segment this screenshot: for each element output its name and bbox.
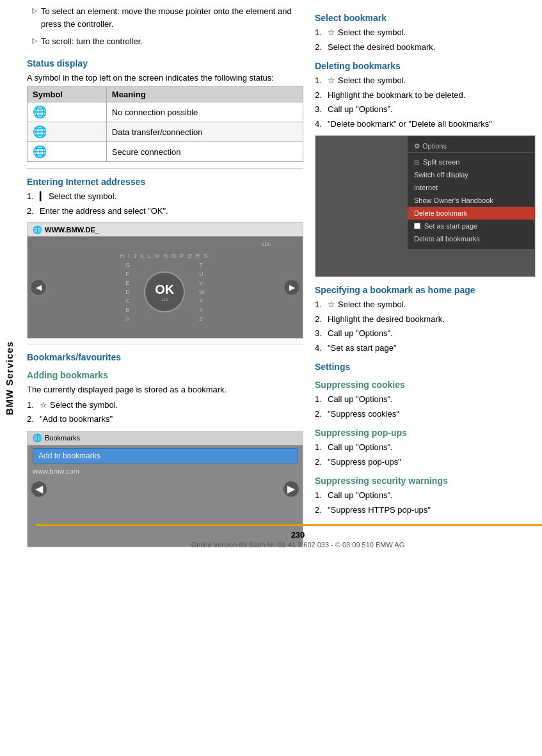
table-row: 🌐 Secure connection bbox=[28, 142, 303, 162]
symbol-2: 🌐 bbox=[28, 122, 107, 142]
opt-delete-item[interactable]: Delete bookmark bbox=[408, 207, 534, 220]
deleting-step-3: 3. Call up "Options". bbox=[315, 103, 536, 116]
footer-text: Online Version für Sach Nr. 01 41 2 602 … bbox=[191, 541, 404, 549]
deleting-step-4: 4. "Delete bookmark" or "Delete all book… bbox=[315, 118, 536, 131]
popups-steps: 1. Call up "Options". 2. "Suppress pop-u… bbox=[315, 441, 536, 468]
bullet-text-2: To scroll: turn the controller. bbox=[41, 35, 143, 48]
security-step-1: 1. Call up "Options". bbox=[315, 489, 536, 502]
bullet-item-1: ▷ To select an element: move the mouse p… bbox=[27, 5, 303, 33]
home-heading: Specifying a bookmark as home page bbox=[315, 285, 536, 295]
opt-show-item[interactable]: Show Owner's Handbook bbox=[408, 194, 534, 207]
keyboard-screenshot: 🌐 WWW.BMW.DE_ H I J K L M N bbox=[27, 222, 303, 339]
bullet-text-1: To select an element: move the mouse poi… bbox=[41, 5, 303, 30]
internet-heading: Entering Internet addresses bbox=[27, 177, 303, 187]
cookies-heading: Suppressing cookies bbox=[315, 380, 536, 390]
secure-connection-icon: 🌐 bbox=[33, 145, 47, 158]
home-steps: 1. ☆ Select the symbol. 2. Highlight the… bbox=[315, 298, 536, 354]
adding-text: The currently displayed page is stored a… bbox=[27, 383, 303, 396]
bm-add-label: Add to bookmarks bbox=[33, 448, 298, 463]
select-bookmark-heading: Select bookmark bbox=[315, 13, 536, 23]
status-table: Symbol Meaning 🌐 No connection possible … bbox=[27, 86, 303, 162]
home-step-4: 4. "Set as start page" bbox=[315, 342, 536, 355]
nav-left-icon[interactable]: ◀ bbox=[30, 279, 47, 296]
options-image: ⚙ Options ⊟ Split screen Switch off disp… bbox=[315, 136, 535, 277]
cookies-steps: 1. Call up "Options". 2. "Suppress cooki… bbox=[315, 393, 536, 420]
bm-nav-left-icon[interactable]: ◀ bbox=[30, 480, 48, 498]
symbol-1: 🌐 bbox=[28, 102, 107, 122]
status-display-heading: Status display bbox=[27, 58, 303, 68]
internet-steps: 1. ▎ Select the symbol. 2. Enter the add… bbox=[27, 190, 303, 217]
star-icon-2: ☆ bbox=[328, 26, 335, 39]
star-icon-4: ☆ bbox=[328, 298, 335, 311]
opt-delete-all-item[interactable]: Delete all bookmarks bbox=[408, 232, 534, 245]
cookies-step-2: 2. "Suppress cookies" bbox=[315, 408, 536, 421]
divider2 bbox=[27, 344, 303, 344]
meaning-3: Secure connection bbox=[106, 142, 303, 162]
cookies-step-1: 1. Call up "Options". bbox=[315, 393, 536, 406]
keyboard-topbar: 🌐 WWW.BMW.DE_ bbox=[28, 223, 303, 237]
no-connection-icon: 🌐 bbox=[33, 106, 47, 118]
table-col1: Symbol bbox=[28, 87, 107, 102]
table-row: 🌐 Data transfer/connection bbox=[28, 122, 303, 142]
security-step-2: 2. "Suppress HTTPS pop-ups" bbox=[315, 504, 536, 517]
main-content: ▷ To select an element: move the mouse p… bbox=[18, 0, 542, 552]
cursor-icon: ▎ bbox=[40, 190, 46, 203]
bm-url: www.bmw.com bbox=[28, 466, 303, 476]
internet-step-2: 2. Enter the address and select "OK". bbox=[27, 205, 303, 218]
arrow-icon-2: ▷ bbox=[32, 36, 37, 45]
opt-split-item[interactable]: ⊟ Split screen bbox=[408, 156, 534, 168]
deleting-step-1: 1. ☆ Select the symbol. bbox=[315, 74, 536, 87]
meaning-2: Data transfer/connection bbox=[106, 122, 303, 142]
star-icon-3: ☆ bbox=[328, 74, 335, 87]
bm-topbar: 🌐 Bookmarks bbox=[28, 431, 303, 446]
home-step-1: 1. ☆ Select the symbol. bbox=[315, 298, 536, 311]
opt-switch-item[interactable]: Switch off display bbox=[408, 168, 534, 181]
ok-label: OK bbox=[155, 282, 174, 297]
right-column: Select bookmark 1. ☆ Select the symbol. … bbox=[312, 5, 542, 552]
split-icon: ⊟ bbox=[414, 159, 419, 166]
divider bbox=[27, 168, 303, 169]
table-row: 🌐 No connection possible bbox=[28, 102, 303, 122]
home-step-3: 3. Call up "Options". bbox=[315, 327, 536, 340]
popups-step-2: 2. "Suppress pop-ups" bbox=[315, 456, 536, 469]
page-footer: 230 Online Version für Sach Nr. 01 41 2 … bbox=[36, 524, 542, 552]
sidebar: BMW Services bbox=[0, 0, 18, 756]
table-col2: Meaning bbox=[106, 87, 303, 102]
page-number: 230 bbox=[291, 530, 305, 540]
internet-step-1: 1. ▎ Select the symbol. bbox=[27, 190, 303, 203]
options-icon: ⚙ bbox=[414, 142, 420, 150]
popups-heading: Suppressing pop-ups bbox=[315, 428, 536, 438]
bm-nav-right-icon[interactable]: ▶ bbox=[282, 480, 300, 498]
bookmarks-heading: Bookmarks/favourites bbox=[27, 352, 303, 362]
nav-right-icon[interactable]: ▶ bbox=[283, 279, 300, 296]
status-display-text: A symbol in the top left on the screen i… bbox=[27, 72, 303, 84]
keyboard-address: WWW.BMW.DE_ bbox=[45, 226, 99, 234]
data-transfer-icon: 🌐 bbox=[33, 125, 47, 138]
checkbox-icon bbox=[414, 223, 420, 229]
adding-steps: 1. ☆ Select the symbol. 2. "Add to bookm… bbox=[27, 399, 303, 426]
select-steps: 1. ☆ Select the symbol. 2. Select the de… bbox=[315, 26, 536, 53]
adding-heading: Adding bookmarks bbox=[27, 370, 303, 380]
bm-globe-icon: 🌐 bbox=[33, 433, 42, 442]
popups-step-1: 1. Call up "Options". bbox=[315, 441, 536, 454]
opt-internet-item[interactable]: Internet bbox=[408, 181, 534, 194]
keyboard-image: 🌐 WWW.BMW.DE_ H I J K L M N bbox=[28, 223, 303, 338]
home-step-2: 2. Highlight the desired bookmark. bbox=[315, 313, 536, 326]
security-heading: Suppressing security warnings bbox=[315, 476, 536, 486]
deleting-step-2: 2. Highlight the bookmark to be deleted. bbox=[315, 89, 536, 102]
select-step-1: 1. ☆ Select the symbol. bbox=[315, 26, 536, 39]
globe-icon: 🌐 bbox=[33, 225, 42, 234]
bullet-item-2: ▷ To scroll: turn the controller. bbox=[27, 35, 303, 51]
left-column: ▷ To select an element: move the mouse p… bbox=[18, 5, 312, 552]
sidebar-label: BMW Services bbox=[4, 341, 15, 415]
opt-set-item[interactable]: Set as start page bbox=[408, 220, 534, 232]
columns: ▷ To select an element: move the mouse p… bbox=[18, 5, 542, 552]
arrow-icon-1: ▷ bbox=[32, 6, 37, 15]
deleting-steps: 1. ☆ Select the symbol. 2. Highlight the… bbox=[315, 74, 536, 130]
settings-heading: Settings bbox=[315, 362, 536, 372]
select-step-2: 2. Select the desired bookmark. bbox=[315, 41, 536, 54]
security-steps: 1. Call up "Options". 2. "Suppress HTTPS… bbox=[315, 489, 536, 516]
options-screenshot: ⚙ Options ⊟ Split screen Switch off disp… bbox=[315, 135, 536, 277]
keyboard-page: 1/2 bbox=[161, 297, 168, 302]
abc-label: abc bbox=[261, 241, 271, 247]
